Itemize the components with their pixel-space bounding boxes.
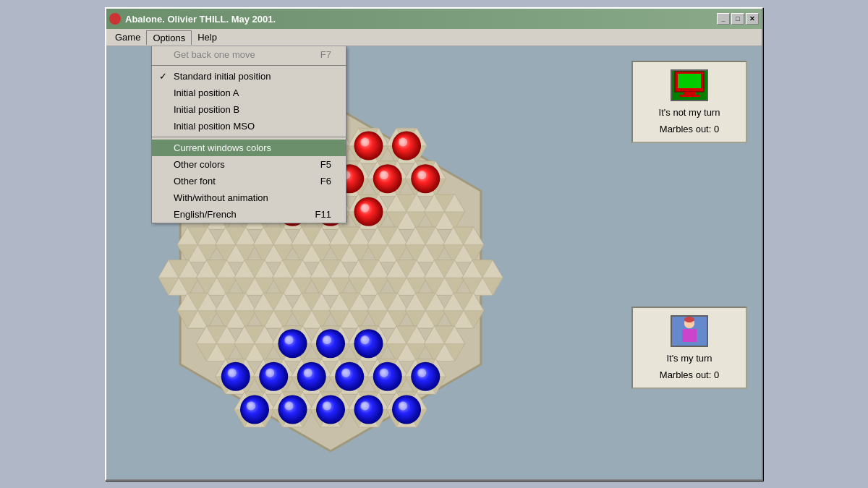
- svg-point-7: [684, 317, 694, 322]
- menu-other-colors[interactable]: Other colors F5: [152, 156, 346, 173]
- other-colors-shortcut: F5: [320, 159, 331, 170]
- computer-turn-text: It's not my turn: [659, 107, 720, 118]
- menu-language[interactable]: English/French F11: [152, 206, 346, 223]
- main-window: Abalone. Olivier THILL. May 2001. _ □ ✕ …: [105, 7, 763, 481]
- menu-pos-mso[interactable]: Initial position MSO: [152, 118, 346, 134]
- player-panel: It's my turn Marbles out: 0: [631, 307, 747, 389]
- pos-b-label: Initial position B: [174, 104, 239, 115]
- close-button[interactable]: ✕: [746, 13, 759, 25]
- window-controls: _ □ ✕: [717, 13, 759, 25]
- menu-other-font[interactable]: Other font F6: [152, 173, 346, 189]
- window-title: Abalone. Olivier THILL. May 2001.: [125, 14, 712, 25]
- minimize-button[interactable]: _: [717, 13, 730, 25]
- menu-current-colors[interactable]: Current windows colors: [152, 140, 346, 156]
- svg-rect-1: [678, 74, 701, 88]
- computer-panel: It's not my turn Marbles out: 0: [631, 61, 747, 143]
- pos-mso-label: Initial position MSO: [174, 121, 255, 132]
- pos-a-label: Initial position A: [174, 87, 239, 98]
- menu-game[interactable]: Game: [109, 30, 146, 44]
- menu-pos-b[interactable]: Initial position B: [152, 101, 346, 118]
- svg-rect-2: [684, 92, 695, 95]
- computer-icon: [672, 70, 707, 100]
- menu-standard-pos[interactable]: Standard initial position: [152, 68, 346, 85]
- menu-pos-a[interactable]: Initial position A: [152, 85, 346, 101]
- options-dropdown: Get back one move F7 Standard initial po…: [151, 46, 346, 223]
- current-colors-label: Current windows colors: [174, 142, 271, 153]
- get-back-label: Get back one move: [174, 49, 255, 60]
- menu-bar: Game Options Help: [106, 29, 762, 46]
- language-shortcut: F11: [315, 209, 331, 220]
- maximize-button[interactable]: □: [731, 13, 744, 25]
- separator-2: [152, 137, 346, 137]
- menu-get-back[interactable]: Get back one move F7: [152, 46, 346, 63]
- player-icon-container: [671, 315, 708, 347]
- language-label: English/French: [174, 209, 237, 220]
- get-back-shortcut: F7: [320, 49, 331, 60]
- player-marbles-text: Marbles out: 0: [660, 369, 719, 380]
- svg-rect-5: [682, 329, 697, 342]
- content-area: Get back one move F7 Standard initial po…: [106, 46, 762, 479]
- player-turn-text: It's my turn: [666, 353, 712, 364]
- svg-rect-3: [679, 95, 699, 97]
- player-icon: [672, 316, 707, 346]
- other-font-shortcut: F6: [320, 176, 331, 187]
- animation-label: With/without animation: [174, 192, 268, 203]
- other-font-label: Other font: [174, 176, 216, 187]
- menu-help[interactable]: Help: [192, 30, 223, 44]
- separator-1: [152, 65, 346, 66]
- title-bar: Abalone. Olivier THILL. May 2001. _ □ ✕: [106, 9, 762, 29]
- computer-marbles-text: Marbles out: 0: [660, 124, 719, 134]
- app-icon: [109, 13, 121, 25]
- standard-pos-label: Standard initial position: [174, 71, 271, 82]
- menu-options[interactable]: Options: [146, 30, 192, 45]
- menu-animation[interactable]: With/without animation: [152, 189, 346, 206]
- other-colors-label: Other colors: [174, 159, 225, 170]
- computer-icon-container: [671, 69, 708, 101]
